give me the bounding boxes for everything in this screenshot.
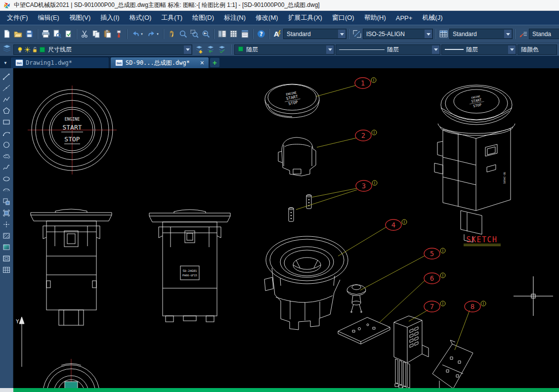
copy-button[interactable]: [90, 28, 102, 40]
cut-button[interactable]: [79, 28, 90, 40]
menu-item-6[interactable]: 工具(T): [156, 11, 187, 25]
ellipse-tool-button[interactable]: [1, 174, 12, 184]
menu-item-5[interactable]: 格式(O): [125, 11, 157, 25]
menu-item-8[interactable]: 标注(N): [219, 11, 251, 25]
chevron-down-icon[interactable]: ▼: [156, 33, 159, 36]
balloon-2[interactable]: 2: [355, 130, 377, 141]
menu-item-12[interactable]: 帮助(H): [359, 11, 391, 25]
layer-manager-button[interactable]: [1, 44, 12, 55]
linetype-combo[interactable]: 随层: [336, 44, 440, 55]
tab-list-button[interactable]: ▼: [1, 57, 9, 68]
point-tool-button[interactable]: [1, 219, 12, 230]
construction-line-tool-button[interactable]: [1, 83, 12, 93]
redo-icon: [147, 30, 156, 38]
paste-button[interactable]: [102, 28, 113, 40]
menu-item-10[interactable]: 扩展工具(X): [283, 11, 327, 25]
layer-make-current-button[interactable]: [193, 44, 205, 55]
polygon-tool-button[interactable]: [1, 105, 12, 116]
menu-item-7[interactable]: 绘图(D): [187, 11, 219, 25]
chevron-down-icon[interactable]: [432, 45, 439, 54]
mleader-style-button[interactable]: [517, 28, 529, 40]
properties-button[interactable]: [216, 28, 228, 40]
chevron-down-icon[interactable]: [504, 30, 512, 38]
insert-block-tool-button[interactable]: [1, 196, 12, 207]
menu-item-14[interactable]: 机械(J): [417, 11, 447, 25]
open-folder-button[interactable]: [12, 28, 24, 40]
undo-button[interactable]: ▼: [129, 28, 145, 40]
tool-palette-button[interactable]: [239, 28, 251, 40]
circle-tool-button[interactable]: [1, 139, 12, 150]
color-combo[interactable]: 随层: [234, 44, 335, 55]
chevron-down-icon[interactable]: [184, 45, 191, 54]
status-bar-strip[interactable]: [13, 388, 559, 392]
arc-tool-button[interactable]: [1, 128, 12, 139]
publish-button[interactable]: [63, 28, 74, 40]
balloon-4[interactable]: 4: [386, 219, 407, 230]
layer-state-icons: [17, 46, 45, 53]
menu-item-1[interactable]: 文件(F): [2, 11, 33, 25]
format-painter-button[interactable]: [113, 28, 125, 40]
layer-states-button[interactable]: [216, 44, 227, 55]
text-style-button[interactable]: A: [272, 28, 283, 40]
lineweight-combo[interactable]: 随层: [441, 44, 516, 55]
zoom-previous-button[interactable]: [200, 28, 212, 40]
separator: [435, 29, 436, 39]
pan-button[interactable]: [166, 28, 177, 40]
table-tool-button[interactable]: [1, 264, 12, 275]
redo-button[interactable]: ▼: [145, 28, 161, 40]
print-preview-button[interactable]: [51, 28, 63, 40]
close-tab-icon[interactable]: ×: [200, 59, 204, 66]
balloon-6[interactable]: 6: [424, 273, 445, 284]
document-tab-2[interactable]: DWGSD-90...总成图.dwg*×: [110, 57, 209, 68]
plotstyle-combo[interactable]: 随颜色: [517, 44, 557, 55]
balloon-3[interactable]: 3: [356, 180, 377, 191]
quick-calc-button[interactable]: [228, 28, 239, 40]
polyline-tool-button[interactable]: [1, 94, 12, 105]
text-style-combo[interactable]: Standard: [283, 29, 346, 39]
make-block-tool-button[interactable]: [1, 208, 12, 218]
dim-style-combo[interactable]: ISO-25-ALIGN: [363, 29, 433, 39]
layer-previous-button[interactable]: [205, 44, 216, 55]
menu-item-2[interactable]: 编辑(E): [33, 11, 64, 25]
document-tab-1[interactable]: DWGDrawing1.dwg*: [10, 57, 109, 68]
new-file-button[interactable]: [1, 28, 12, 40]
region-tool-button[interactable]: [1, 253, 12, 264]
gradient-tool-button[interactable]: [1, 242, 12, 253]
dim-style-button[interactable]: [351, 28, 363, 40]
region-icon: [2, 255, 10, 262]
help-button[interactable]: ?: [256, 28, 267, 40]
menu-item-4[interactable]: 插入(I): [95, 11, 124, 25]
table-style-combo[interactable]: Standard: [449, 29, 513, 39]
chevron-down-icon[interactable]: ▼: [140, 33, 143, 36]
menu-item-3[interactable]: 视图(V): [64, 11, 95, 25]
chevron-down-icon[interactable]: [425, 30, 432, 38]
view-front-1: [31, 209, 112, 325]
drawing-canvas[interactable]: ENGINE START STOP ENGINE START STOP: [13, 68, 559, 388]
mleader-style-combo[interactable]: Standa: [529, 29, 559, 39]
crosshair-cursor[interactable]: [514, 276, 553, 316]
rectangle-tool-button[interactable]: [1, 117, 12, 128]
layer-combo[interactable]: 尺寸线层: [13, 44, 192, 55]
hatch-tool-button[interactable]: [1, 230, 12, 241]
chevron-down-icon[interactable]: [338, 30, 345, 38]
menu-item-11[interactable]: 窗口(O): [327, 11, 359, 25]
zoom-window-button[interactable]: [189, 28, 200, 40]
revision-cloud-tool-button[interactable]: [1, 151, 12, 162]
construction-line-icon: [2, 84, 10, 92]
balloon-8[interactable]: 8: [465, 301, 486, 312]
zoom-button[interactable]: [177, 28, 189, 40]
table-style-button[interactable]: [438, 28, 449, 40]
balloon-1[interactable]: 1: [355, 78, 376, 88]
balloon-5[interactable]: 5: [424, 248, 445, 259]
separator: [515, 29, 516, 39]
chevron-down-icon[interactable]: [508, 45, 516, 54]
chevron-down-icon[interactable]: [326, 45, 334, 54]
line-tool-button[interactable]: [1, 71, 12, 82]
menu-item-9[interactable]: 修改(M): [251, 11, 283, 25]
save-button[interactable]: [24, 28, 35, 40]
spline-tool-button[interactable]: [1, 162, 12, 173]
print-button[interactable]: [40, 28, 51, 40]
new-tab-button[interactable]: +: [210, 58, 219, 67]
ellipse-arc-tool-button[interactable]: [1, 185, 12, 196]
menu-item-13[interactable]: APP+: [391, 11, 418, 25]
